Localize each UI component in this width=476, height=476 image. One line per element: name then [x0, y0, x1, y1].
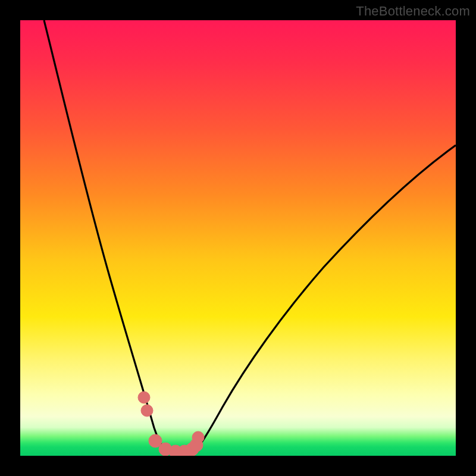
svg-point-1 [141, 405, 153, 416]
curve-right [192, 145, 456, 453]
svg-point-0 [138, 392, 150, 403]
valley-markers [138, 392, 204, 456]
curves-layer [20, 20, 456, 456]
curve-left [44, 20, 174, 455]
plot-area [20, 20, 456, 456]
svg-point-8 [192, 431, 204, 443]
chart-frame: TheBottleneck.com [0, 0, 476, 476]
watermark-text: TheBottleneck.com [356, 4, 470, 19]
